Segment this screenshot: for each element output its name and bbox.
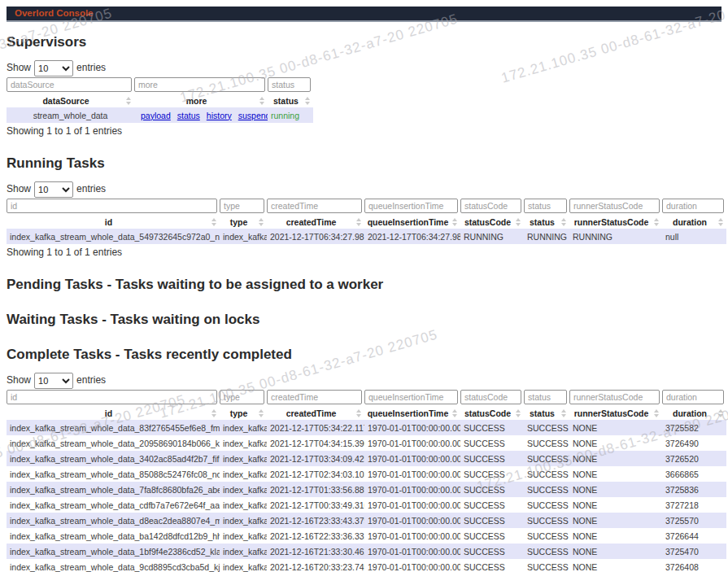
cell-id: index_kafka_stream_whole_data_1bf9f4e238… (7, 544, 220, 559)
page-size-select[interactable]: 10 (34, 373, 73, 389)
cell-statuscode: SUCCESS (460, 559, 524, 572)
column-header-runnerstatuscode[interactable]: runnerStatusCode (569, 406, 662, 420)
sort-icon (654, 218, 660, 226)
cell-id: index_kafka_stream_whole_data_7fa8fc8680… (7, 482, 220, 497)
app-title[interactable]: Overlord Console (15, 8, 94, 18)
filter-input-createdtime[interactable] (267, 390, 362, 404)
column-header-duration[interactable]: duration (662, 406, 726, 420)
cell-createdtime: 2021-12-17T05:34:22.117Z (267, 420, 364, 435)
filter-input-status[interactable] (524, 390, 567, 404)
cell-status: SUCCESS (524, 559, 569, 572)
running-tasks-table: idtypecreatedTimequeueInsertionTimestatu… (7, 199, 726, 244)
sort-icon (259, 97, 265, 105)
show-label: Show (7, 374, 31, 386)
column-header-status[interactable]: status (268, 94, 313, 107)
task-row: index_kafka_stream_whole_data_cdfb7a7e67… (7, 497, 726, 513)
cell-createdtime: 2021-12-16T23:33:43.379Z (267, 513, 364, 528)
column-header-createdtime[interactable]: createdTime (267, 406, 364, 420)
sort-icon (654, 409, 660, 417)
column-header-id[interactable]: id (7, 215, 220, 229)
column-header-runnerstatuscode[interactable]: runnerStatusCode (569, 215, 662, 229)
column-header-queueinsertiontime[interactable]: queueInsertionTime (364, 406, 460, 420)
cell-duration: 3666865 (662, 466, 726, 482)
cell-status: RUNNING (524, 229, 569, 244)
sort-icon (211, 409, 217, 417)
filter-input-type[interactable] (220, 199, 264, 213)
cell-createdtime: 2021-12-16T21:33:30.462Z (267, 544, 364, 559)
filter-input-runnerstatuscode[interactable] (569, 390, 660, 404)
column-header-statuscode[interactable]: statusCode (460, 215, 524, 229)
filter-input-status[interactable] (268, 77, 311, 92)
cell-id: index_kafka_stream_whole_data_9cd8895cd3… (7, 559, 220, 572)
suspend-link[interactable]: suspend (238, 111, 268, 120)
page-size-select[interactable]: 10 (34, 181, 73, 198)
filter-input-statuscode[interactable] (460, 390, 521, 404)
supervisors-summary: Showing 1 to 1 of 1 entries (7, 126, 721, 137)
status-link[interactable]: status (177, 111, 200, 120)
running-show-control: Show10entries (7, 181, 721, 197)
filter-input-statuscode[interactable] (460, 199, 521, 213)
cell-id: index_kafka_stream_whole_data_85088c5247… (7, 466, 220, 482)
column-header-status[interactable]: status (524, 215, 569, 229)
waiting-tasks-heading: Waiting Tasks - Tasks waiting on locks (7, 312, 721, 328)
cell-type: index_kafka (220, 451, 267, 466)
cell-type: index_kafka (220, 420, 267, 435)
pending-tasks-heading: Pending Tasks - Tasks waiting to be assi… (7, 277, 721, 293)
cell-type: index_kafka (220, 482, 267, 497)
running-tasks-heading: Running Tasks (7, 155, 721, 172)
sort-icon (259, 218, 264, 226)
filter-input-datasource[interactable] (7, 77, 132, 92)
supervisors-heading: Supervisors (7, 34, 721, 50)
filter-input-duration[interactable] (662, 390, 724, 404)
header-row: idtypecreatedTimequeueInsertionTimestatu… (7, 406, 726, 420)
cell-statuscode: SUCCESS (460, 466, 524, 482)
task-row: index_kafka_stream_whole_data_7fa8fc8680… (7, 482, 726, 497)
cell-queueinsertiontime: 1970-01-01T00:00:00.000Z (364, 451, 460, 466)
cell-queueinsertiontime: 1970-01-01T00:00:00.000Z (364, 544, 460, 559)
filter-input-queueinsertiontime[interactable] (364, 390, 458, 404)
filter-input-id[interactable] (7, 199, 217, 213)
column-header-status[interactable]: status (524, 406, 569, 420)
payload-link[interactable]: payload (141, 111, 171, 120)
column-header-id[interactable]: id (7, 406, 220, 420)
task-row: index_kafka_stream_whole_data_549732645c… (7, 229, 726, 244)
column-header-createdtime[interactable]: createdTime (267, 215, 364, 229)
sort-icon (356, 218, 362, 226)
cell-duration: 3726490 (662, 435, 726, 451)
filter-input-id[interactable] (7, 390, 217, 404)
column-header-datasource[interactable]: dataSource (7, 94, 134, 107)
filter-input-more[interactable] (134, 77, 265, 92)
column-header-more[interactable]: more (134, 94, 268, 107)
supervisors-filter-row (7, 77, 313, 94)
column-header-duration[interactable]: duration (662, 215, 726, 229)
cell-id: index_kafka_stream_whole_data_d8eac2dea8… (7, 513, 220, 528)
filter-input-createdtime[interactable] (267, 199, 362, 213)
column-header-type[interactable]: type (220, 406, 267, 420)
cell-queueinsertiontime: 1970-01-01T00:00:00.000Z (364, 435, 460, 451)
column-header-type[interactable]: type (220, 215, 267, 229)
cell-status: SUCCESS (524, 528, 569, 544)
complete-tasks-table: idtypecreatedTimequeueInsertionTimestatu… (7, 390, 726, 572)
filter-input-runnerstatuscode[interactable] (569, 199, 660, 213)
cell-createdtime: 2021-12-17T03:34:09.425Z (267, 451, 364, 466)
cell-duration: 3725836 (662, 482, 726, 497)
filter-input-status[interactable] (524, 199, 567, 213)
cell-statuscode: RUNNING (460, 229, 524, 244)
cell-createdtime: 2021-12-16T20:33:23.745Z (267, 559, 364, 572)
filter-input-type[interactable] (220, 390, 264, 404)
column-header-statuscode[interactable]: statusCode (460, 406, 524, 420)
cell-queueinsertiontime: 2021-12-17T06:34:27.984Z (364, 229, 460, 244)
history-link[interactable]: history (207, 111, 232, 120)
cell-runnerstatuscode: NONE (569, 466, 662, 482)
cell-queueinsertiontime: 1970-01-01T00:00:00.000Z (364, 513, 460, 528)
filter-input-duration[interactable] (662, 199, 724, 213)
cell-duration: 3726520 (662, 451, 726, 466)
running-tasks-summary: Showing 1 to 1 of 1 entries (7, 247, 721, 258)
page-size-select[interactable]: 10 (34, 60, 73, 76)
task-row: index_kafka_stream_whole_data_83f2765455… (7, 420, 726, 435)
cell-type: index_kafka (220, 229, 267, 244)
column-header-queueinsertiontime[interactable]: queueInsertionTime (364, 215, 460, 229)
filter-input-queueinsertiontime[interactable] (364, 199, 458, 213)
cell-createdtime: 2021-12-17T02:34:03.103Z (267, 466, 364, 482)
sort-icon (259, 409, 264, 417)
